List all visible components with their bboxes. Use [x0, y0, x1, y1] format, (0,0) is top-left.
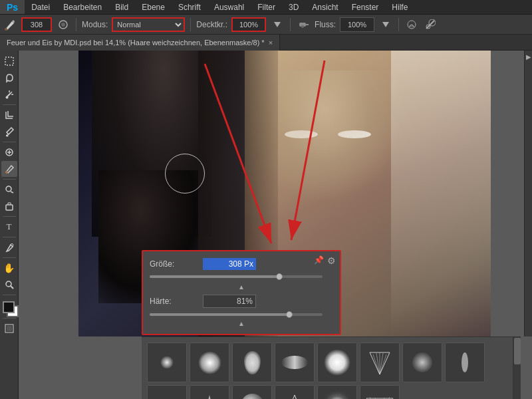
menu-ps[interactable]: Ps [0, 0, 25, 14]
svg-point-2 [61, 23, 65, 27]
marquee-tool[interactable] [1, 53, 17, 69]
brush-size-label: Größe: [150, 259, 203, 269]
separator-3 [290, 18, 291, 31]
lasso-tool[interactable] [1, 70, 17, 86]
presets-scroll-thumb[interactable] [514, 338, 521, 364]
brush-preset-2[interactable] [190, 342, 229, 382]
document-tab[interactable]: Feuer und Eis by MDI.psd bei 14,1% (Haar… [0, 35, 280, 51]
brush-preset-12[interactable] [275, 385, 315, 399]
menu-bearbeiten[interactable]: Bearbeiten [57, 0, 108, 14]
brush-angular-icon [281, 392, 308, 399]
magic-wand-tool[interactable] [1, 86, 17, 102]
brush-size-slider[interactable] [150, 275, 323, 278]
brush-preset-5[interactable] [317, 342, 357, 382]
screen-mode-button[interactable] [1, 321, 17, 336]
toolbar-separator-3 [3, 179, 16, 180]
svg-marker-7 [382, 22, 389, 27]
foreground-background-colors[interactable] [1, 300, 17, 316]
main-area: T ✋ [0, 51, 532, 399]
pressure-opacity-icon[interactable] [404, 17, 419, 32]
eraser-tool[interactable] [1, 198, 17, 214]
left-toolbar: T ✋ [0, 51, 19, 399]
brush-preset-1[interactable] [147, 342, 187, 382]
brush-tool-icon [3, 17, 17, 32]
pen-tool[interactable] [1, 239, 17, 255]
menu-auswahl[interactable]: Auswahl [207, 0, 251, 14]
brush-stroke-icon [281, 356, 308, 369]
brush-size-input[interactable] [21, 17, 52, 32]
menu-3d[interactable]: 3D [282, 0, 305, 14]
brush-glow-icon [328, 396, 346, 399]
zoom-tool[interactable] [1, 277, 17, 293]
tab-close-button[interactable]: × [269, 39, 273, 47]
brush-hardness-slider[interactable] [150, 313, 323, 316]
toolbar-separator-8 [3, 318, 16, 319]
svg-point-16 [6, 135, 8, 137]
svg-point-0 [5, 28, 7, 31]
panel-settings-icon[interactable]: ⚙ [327, 255, 336, 266]
brush-soft-large-icon [412, 352, 432, 372]
opacity-dropdown-icon[interactable] [270, 17, 285, 32]
canvas-area[interactable]: ⚙ 📌 Größe: ▲ Härte: 81% [19, 51, 532, 399]
brush-preset-3[interactable] [232, 342, 272, 382]
svg-rect-22 [6, 205, 13, 210]
brush-preset-13[interactable] [317, 385, 357, 399]
flow-value[interactable]: 100% [340, 17, 374, 32]
opacity-label: Decktkr.: [196, 20, 227, 29]
brush-preset-9[interactable] [147, 385, 187, 399]
menu-filter[interactable]: Filter [251, 0, 282, 14]
brush-soft-small-icon [160, 356, 174, 369]
svg-point-21 [6, 186, 11, 192]
svg-point-35 [462, 352, 468, 372]
brush-complex-icon [363, 392, 396, 399]
brush-wide-icon [152, 392, 182, 399]
brush-preset-4[interactable] [275, 342, 315, 382]
healing-tool[interactable] [1, 144, 17, 160]
brush-preset-11[interactable] [232, 385, 272, 399]
svg-point-20 [5, 171, 8, 174]
brush-tool-sidebar[interactable] [1, 161, 17, 177]
menu-fenster[interactable]: Fenster [345, 0, 386, 14]
type-tool[interactable]: T [1, 219, 17, 235]
airbrush-icon[interactable] [296, 17, 311, 32]
menu-schrift[interactable]: Schrift [172, 0, 207, 14]
brush-preset-14[interactable] [360, 385, 400, 399]
panel-pin-icon[interactable]: 📌 [314, 255, 324, 265]
brush-preset-7[interactable] [402, 342, 442, 382]
brush-preset-8[interactable] [445, 342, 485, 382]
toolbar-separator-2 [3, 142, 16, 142]
menu-ansicht[interactable]: Ansicht [305, 0, 344, 14]
brush-preset-6[interactable] [360, 342, 400, 382]
svg-line-13 [11, 92, 12, 93]
menu-bild[interactable]: Bild [108, 0, 135, 14]
brush-size-field[interactable] [203, 258, 256, 270]
toolbar-separator-4 [3, 216, 16, 217]
panel-toggle[interactable]: ▶ [525, 53, 532, 61]
foreground-color[interactable] [3, 301, 15, 313]
pressure-size-icon[interactable] [423, 17, 438, 32]
tab-bar: Feuer und Eis by MDI.psd bei 14,1% (Haar… [0, 35, 532, 51]
svg-rect-5 [306, 24, 309, 25]
menu-datei[interactable]: Datei [25, 0, 57, 14]
presets-scrollbar[interactable] [513, 337, 521, 399]
brush-radial-icon [241, 394, 264, 400]
svg-point-6 [301, 25, 304, 28]
menu-ebene[interactable]: Ebene [135, 0, 172, 14]
brush-picker-icon[interactable] [56, 17, 70, 32]
brush-preset-10[interactable] [190, 385, 229, 399]
right-panel-strip: ▶ [524, 51, 532, 336]
eyedropper-tool[interactable] [1, 124, 17, 140]
clone-tool[interactable] [1, 182, 17, 198]
toolbar-separator-7 [3, 295, 16, 295]
svg-marker-3 [274, 22, 281, 27]
hand-tool[interactable]: ✋ [1, 260, 17, 276]
opacity-value[interactable]: 100% [231, 17, 266, 32]
hardness-up-arrow: ▲ [150, 320, 333, 327]
mode-select[interactable]: Normal Auflösen Abdunkeln Multiplizieren [112, 17, 185, 32]
flow-dropdown-icon[interactable] [378, 17, 393, 32]
mode-label: Modus: [82, 20, 108, 29]
brush-size-row: Größe: [150, 258, 333, 270]
brush-settings-panel: ⚙ 📌 Größe: ▲ Härte: 81% [142, 250, 341, 335]
crop-tool[interactable] [1, 107, 17, 123]
menu-hilfe[interactable]: Hilfe [385, 0, 414, 14]
